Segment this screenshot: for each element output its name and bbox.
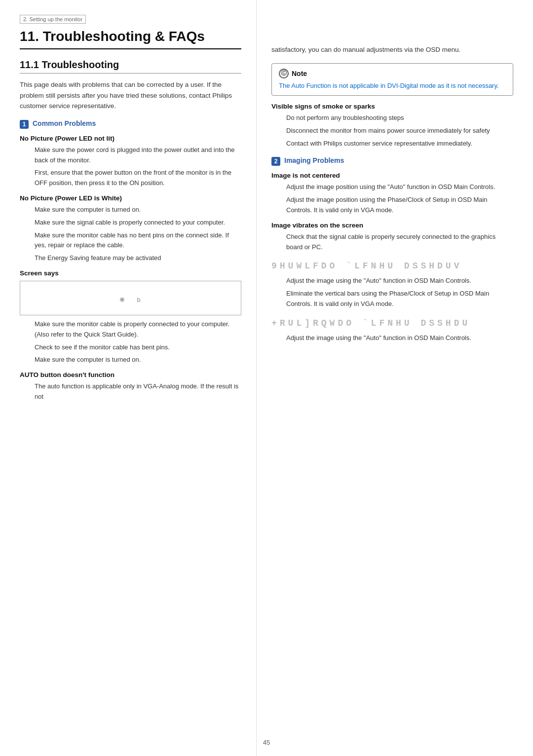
vertical-ticker-heading: 9HUWLFDO `LFNHU DSSHDUV <box>271 261 513 271</box>
imaging-problems-badge: 2 <box>271 157 280 166</box>
subsection-no-picture-led-not-lit: No Picture (Power LED not lit) <box>20 135 241 142</box>
note-box: Ⓒ Note The Auto Function is not applicab… <box>271 63 513 96</box>
bullet-signal-cable-secure: Check that the signal cable is properly … <box>286 232 513 253</box>
bullet-auto-function-vga: The auto function is applicable only in … <box>35 381 241 402</box>
subsection-screen-says: Screen says <box>20 269 241 277</box>
chapter-title: 11. Troubleshooting & FAQs <box>20 29 241 49</box>
bullet-energy-saving: The Energy Saving feature may be activat… <box>35 253 241 264</box>
bullet-disconnect-mains: Disconnect the monitor from mains power … <box>286 126 513 136</box>
subsection-visible-signs: Visible signs of smoke or sparks <box>271 103 513 110</box>
note-icon: Ⓒ <box>279 69 289 78</box>
bullet-eliminate-vertical-bars: Eliminate the vertical bars using the Ph… <box>286 289 513 309</box>
left-column: 2. Setting up the monitor 11. Troublesho… <box>0 0 257 756</box>
imaging-problems-label: Imaging Problems <box>284 156 344 164</box>
horizontal-ticker-heading: +RUL]RQWDO `LFNHU DSSHDU <box>271 318 513 328</box>
section-11-1-title: 11.1 Troubleshooting <box>20 59 241 74</box>
breadcrumb: 2. Setting up the monitor <box>20 15 86 24</box>
subsection-image-not-centered: Image is not centered <box>271 172 513 179</box>
common-problems-header: 1 Common Problems <box>20 119 241 129</box>
common-problems-badge: 1 <box>20 120 29 129</box>
note-label: Note <box>292 70 307 77</box>
bullet-signal-cable-connected: Make sure the signal cable is properly c… <box>35 218 241 228</box>
subsection-auto-button: AUTO button doesn't function <box>20 371 241 378</box>
bullet-no-troubleshoot: Do not perform any troubleshooting steps <box>286 113 513 123</box>
note-header: Ⓒ Note <box>279 69 506 78</box>
bullet-contact-philips: Contact with Philips customer service re… <box>286 139 513 149</box>
bullet-power-button: First, ensure that the power button on t… <box>35 168 241 189</box>
right-column: satisfactory, you can do manual adjustme… <box>257 0 533 756</box>
screen-says-content: ❋ b <box>25 296 236 303</box>
note-text: The Auto Function is not applicable in D… <box>279 81 506 91</box>
bullet-vertical-auto: Adjust the image using the "Auto" functi… <box>286 276 513 286</box>
page-number: 45 <box>263 739 270 746</box>
imaging-problems-header: 2 Imaging Problems <box>271 156 513 166</box>
bullet-power-cord: Make sure the power cord is plugged into… <box>35 145 241 166</box>
chapter-number: 11. <box>20 29 39 44</box>
subsection-image-vibrates: Image vibrates on the screen <box>271 222 513 229</box>
bullet-computer-on-2: Make sure the computer is turned on. <box>35 355 241 365</box>
intro-text: This page deals with problems that can b… <box>20 79 241 112</box>
common-problems-label: Common Problems <box>33 119 96 127</box>
screen-symbol-2: b <box>137 296 142 303</box>
screen-says-box: ❋ b <box>20 281 241 315</box>
chapter-name: Troubleshooting & FAQs <box>43 29 205 44</box>
bullet-bent-pins: Make sure the monitor cable has no bent … <box>35 230 241 251</box>
bullet-horizontal-auto: Adjust the image using the "Auto" functi… <box>286 333 513 343</box>
bullet-image-position-auto: Adjust the image position using the "Aut… <box>286 182 513 192</box>
bullet-monitor-cable-bent: Check to see if the monitor cable has be… <box>35 342 241 353</box>
bullet-monitor-cable-connected: Make sure the monitor cable is properly … <box>35 319 241 340</box>
right-intro-continuation: satisfactory, you can do manual adjustme… <box>271 44 513 55</box>
bullet-computer-on-1: Make sure the computer is turned on. <box>35 205 241 215</box>
screen-symbol-1: ❋ <box>119 296 126 303</box>
page-container: 2. Setting up the monitor 11. Troublesho… <box>0 0 533 756</box>
bullet-image-position-phase: Adjust the image position using the Phas… <box>286 195 513 216</box>
subsection-no-picture-led-white: No Picture (Power LED is White) <box>20 194 241 202</box>
